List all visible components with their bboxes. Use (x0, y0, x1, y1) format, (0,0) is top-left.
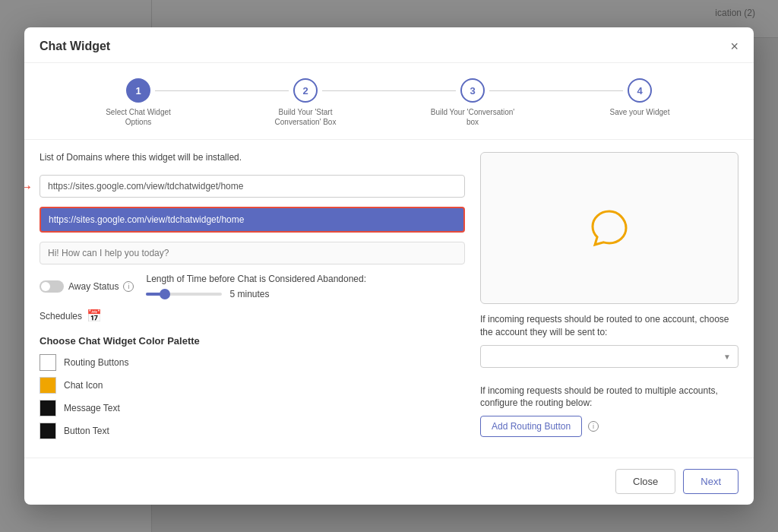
step-1: 1 Select Chat Widget Options (55, 78, 222, 127)
step-1-label: Select Chat Widget Options (93, 107, 184, 127)
left-panel: List of Domains where this widget will b… (40, 152, 465, 445)
abandon-label: Length of Time before Chat is Considered… (146, 274, 366, 284)
step-2: 2 Build Your 'Start Conversation' Box (222, 78, 389, 127)
modal-title: Chat Widget (40, 40, 110, 53)
routing-single-section: If incoming requests should be routed to… (480, 313, 738, 368)
next-button[interactable]: Next (683, 469, 738, 494)
domain-selected-item[interactable]: https://sites.google.com/view/tdchatwidg… (40, 207, 465, 233)
message-text-swatch[interactable] (40, 400, 56, 416)
chat-placeholder-input[interactable] (40, 242, 465, 264)
add-routing-button-label: Add Routing Button (492, 421, 571, 432)
routing-account-dropdown[interactable] (480, 345, 738, 368)
stepper: 1 Select Chat Widget Options 2 Build You… (24, 63, 754, 140)
domains-label: List of Domains where this widget will b… (40, 152, 465, 163)
step-2-circle: 2 (293, 78, 318, 103)
step-4-circle: 4 (628, 78, 652, 103)
palette-title: Choose Chat Widget Color Palette (40, 335, 465, 347)
right-panel: If incoming requests should be routed to… (480, 152, 738, 445)
step-3-label: Build Your 'Conversation' box (427, 107, 518, 127)
palette-message-text: Message Text (40, 400, 465, 416)
step-1-circle: 1 (126, 78, 150, 103)
domain-input[interactable] (40, 175, 465, 198)
routing-multi-label: If incoming requests should be routed to… (480, 385, 738, 410)
step-2-label: Build Your 'Start Conversation' Box (260, 107, 351, 127)
palette-routing-buttons: Routing Buttons (40, 354, 465, 371)
slider-row: 5 minutes (146, 289, 366, 299)
chat-icon-swatch[interactable] (40, 377, 56, 394)
step-4: 4 Save your Widget (556, 78, 723, 117)
routing-buttons-swatch[interactable] (40, 354, 56, 371)
away-status-toggle[interactable] (40, 280, 64, 293)
palette-button-text: Button Text (40, 423, 465, 439)
chat-icon-label: Chat Icon (64, 380, 103, 391)
chat-bubble-preview-icon (587, 205, 632, 251)
modal-header: Chat Widget × (24, 27, 754, 63)
palette-chat-icon: Chat Icon (40, 377, 465, 394)
step-3-circle: 3 (460, 78, 485, 103)
modal-body: List of Domains where this widget will b… (24, 140, 754, 458)
modal-footer: Close Next (24, 458, 754, 505)
button-text-label: Button Text (64, 426, 109, 436)
slider-thumb[interactable] (160, 289, 170, 299)
message-text-label: Message Text (64, 403, 120, 413)
routing-multi-section: If incoming requests should be routed to… (480, 377, 738, 438)
time-slider-track[interactable] (146, 293, 222, 296)
routing-single-label: If incoming requests should be routed to… (480, 313, 738, 339)
chat-widget-modal: Chat Widget × 1 Select Chat Widget Optio… (24, 27, 754, 505)
modal-close-button[interactable]: × (730, 40, 738, 53)
abandon-section: Length of Time before Chat is Considered… (146, 274, 366, 299)
slider-value: 5 minutes (229, 289, 269, 299)
close-button[interactable]: Close (615, 469, 675, 494)
slider-fill (146, 293, 161, 296)
widget-preview (480, 152, 738, 304)
domain-input-row: → (40, 175, 465, 198)
routing-account-dropdown-wrapper: ▼ (480, 345, 738, 368)
modal-backdrop: Chat Widget × 1 Select Chat Widget Optio… (0, 0, 778, 532)
arrow-indicator: → (24, 178, 33, 195)
step-3: 3 Build Your 'Conversation' box (389, 78, 556, 127)
step-4-label: Save your Widget (610, 107, 670, 117)
add-routing-button[interactable]: Add Routing Button (480, 416, 582, 437)
status-row: Away Status i Length of Time before Chat… (40, 274, 465, 299)
schedules-label: Schedules (40, 311, 82, 321)
schedules-row: Schedules 📅 (40, 309, 465, 323)
away-status-label: Away Status (68, 281, 119, 292)
button-text-swatch[interactable] (40, 423, 56, 439)
routing-buttons-label: Routing Buttons (64, 357, 128, 368)
away-status-info-icon[interactable]: i (123, 281, 134, 292)
calendar-icon[interactable]: 📅 (87, 309, 102, 323)
away-status-control: Away Status i (40, 280, 134, 293)
routing-info-icon[interactable]: i (588, 421, 599, 432)
color-palette-section: Choose Chat Widget Color Palette Routing… (40, 335, 465, 445)
